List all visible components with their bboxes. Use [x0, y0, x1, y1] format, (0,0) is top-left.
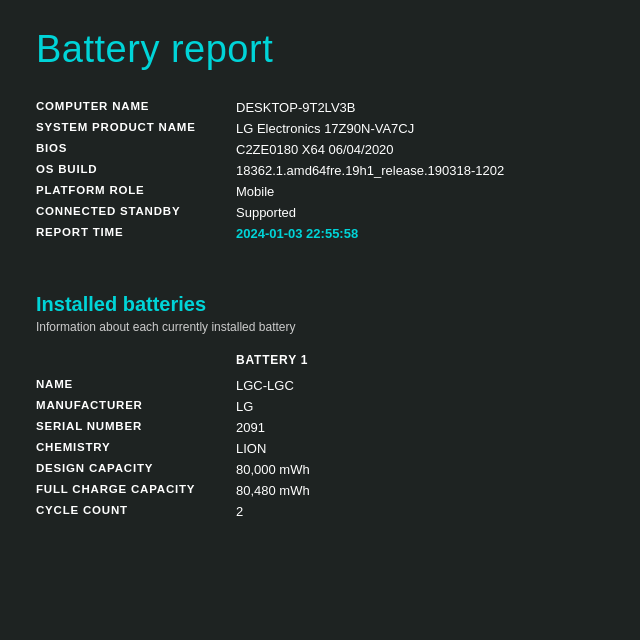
system-info-row: REPORT TIME2024-01-03 22:55:58 [36, 223, 604, 244]
battery-info-label: CHEMISTRY [36, 438, 236, 459]
section-divider [36, 274, 604, 275]
system-info-label: OS BUILD [36, 160, 236, 181]
system-info-value: 2024-01-03 22:55:58 [236, 223, 604, 244]
battery-info-row: DESIGN CAPACITY80,000 mWh [36, 459, 604, 480]
system-info-label: COMPUTER NAME [36, 97, 236, 118]
battery-info-value: 2 [236, 501, 604, 522]
system-info-label: CONNECTED STANDBY [36, 202, 236, 223]
system-info-row: OS BUILD18362.1.amd64fre.19h1_release.19… [36, 160, 604, 181]
system-info-row: CONNECTED STANDBYSupported [36, 202, 604, 223]
battery-info-value: 80,000 mWh [236, 459, 604, 480]
battery-info-label: CYCLE COUNT [36, 501, 236, 522]
battery-info-row: CYCLE COUNT2 [36, 501, 604, 522]
system-info-table: COMPUTER NAMEDESKTOP-9T2LV3BSYSTEM PRODU… [36, 97, 604, 244]
system-info-row: BIOSC2ZE0180 X64 06/04/2020 [36, 139, 604, 160]
battery-info-value: LG [236, 396, 604, 417]
system-info-row: SYSTEM PRODUCT NAMELG Electronics 17Z90N… [36, 118, 604, 139]
battery-info-label: FULL CHARGE CAPACITY [36, 480, 236, 501]
page-title: Battery report [36, 28, 604, 71]
system-info-row: PLATFORM ROLEMobile [36, 181, 604, 202]
battery-column-header-row: BATTERY 1 [36, 350, 604, 375]
battery-info-row: MANUFACTURERLG [36, 396, 604, 417]
battery-info-row: NAMELGC-LGC [36, 375, 604, 396]
battery-info-label: DESIGN CAPACITY [36, 459, 236, 480]
battery-info-row: SERIAL NUMBER2091 [36, 417, 604, 438]
battery-info-value: LGC-LGC [236, 375, 604, 396]
battery-info-label: SERIAL NUMBER [36, 417, 236, 438]
system-info-value: C2ZE0180 X64 06/04/2020 [236, 139, 604, 160]
system-info-value: LG Electronics 17Z90N-VA7CJ [236, 118, 604, 139]
battery-info-label: NAME [36, 375, 236, 396]
battery-table: BATTERY 1NAMELGC-LGCMANUFACTURERLGSERIAL… [36, 350, 604, 522]
installed-batteries-subtitle: Information about each currently install… [36, 320, 604, 334]
battery-column-header: BATTERY 1 [236, 350, 604, 375]
system-info-label: REPORT TIME [36, 223, 236, 244]
battery-info-row: FULL CHARGE CAPACITY80,480 mWh [36, 480, 604, 501]
battery-info-row: CHEMISTRYLION [36, 438, 604, 459]
system-info-value: Supported [236, 202, 604, 223]
system-info-label: BIOS [36, 139, 236, 160]
battery-info-value: LION [236, 438, 604, 459]
system-info-label: PLATFORM ROLE [36, 181, 236, 202]
battery-info-value: 2091 [236, 417, 604, 438]
page-container: Battery report COMPUTER NAMEDESKTOP-9T2L… [0, 0, 640, 640]
system-info-value: Mobile [236, 181, 604, 202]
system-info-label: SYSTEM PRODUCT NAME [36, 118, 236, 139]
system-info-row: COMPUTER NAMEDESKTOP-9T2LV3B [36, 97, 604, 118]
battery-info-label: MANUFACTURER [36, 396, 236, 417]
battery-info-value: 80,480 mWh [236, 480, 604, 501]
system-info-value: 18362.1.amd64fre.19h1_release.190318-120… [236, 160, 604, 181]
system-info-value: DESKTOP-9T2LV3B [236, 97, 604, 118]
installed-batteries-title: Installed batteries [36, 293, 604, 316]
